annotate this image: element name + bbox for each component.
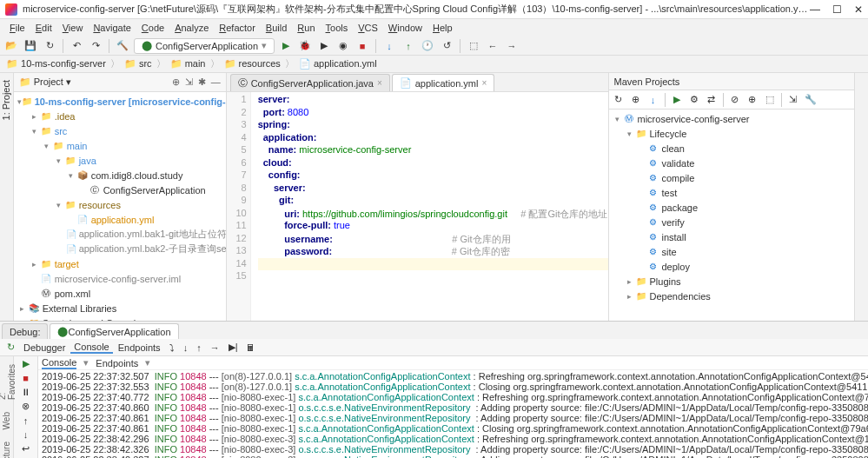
redo-icon[interactable]: ↷ [88, 38, 103, 54]
menu-view[interactable]: View [58, 22, 88, 34]
tree-node-6[interactable]: ⒸConfigServerApplication [14, 183, 226, 197]
code-area[interactable]: 123456789101112131415 server: port: 8080… [227, 92, 608, 321]
endpoints-tab[interactable]: Endpoints [115, 342, 164, 353]
console-output[interactable]: 2019-06-25 22:37:32.507 INFO 10848 --- [… [38, 370, 868, 458]
vcs-commit-icon[interactable]: ↑ [401, 38, 416, 54]
console-tab[interactable]: Console [70, 342, 112, 354]
menu-window[interactable]: Window [384, 22, 427, 34]
hide-icon[interactable]: — [211, 76, 221, 88]
vcs-history-icon[interactable]: 🕐 [420, 38, 435, 54]
stop2-icon[interactable]: ■ [19, 373, 33, 383]
tree-node-0[interactable]: ▾📁10-ms-config-server [microservice-conf… [14, 94, 226, 109]
tree-node-5[interactable]: ▾📦com.idig8.cloud.study [14, 168, 226, 183]
crumb-1[interactable]: 📁 src [122, 58, 155, 70]
tree-node-8[interactable]: 📄application.yml [14, 212, 226, 227]
project-view-dropdown[interactable]: 📁 Project ▾ [19, 76, 71, 88]
menu-analyze[interactable]: Analyze [170, 22, 213, 34]
debug-icon[interactable]: 🐞 [297, 38, 313, 54]
stop-icon[interactable]: ■ [354, 38, 370, 54]
forward-icon[interactable]: → [504, 38, 520, 54]
save-icon[interactable]: 💾 [23, 38, 38, 54]
maximize-button[interactable]: ☐ [832, 3, 842, 16]
mvn-node[interactable]: ⚙package [609, 200, 855, 215]
endpoints-subtab[interactable]: Endpoints [96, 358, 138, 368]
structure-icon[interactable]: ⬚ [466, 38, 481, 54]
menu-tools[interactable]: Tools [321, 22, 353, 34]
menu-file[interactable]: File [5, 22, 30, 34]
step-into-icon[interactable]: ↓ [180, 342, 192, 353]
mvn-toggle-icon[interactable]: ⇄ [704, 92, 719, 108]
tree-node-11[interactable]: ▸📁target [14, 256, 226, 271]
crumb-2[interactable]: 📁 main [168, 58, 209, 70]
menu-run[interactable]: Run [293, 22, 319, 34]
favorites-tab[interactable]: 2: Favorites [0, 362, 17, 400]
mvn-settings-icon[interactable]: 🔧 [803, 92, 818, 108]
menu-help[interactable]: Help [428, 22, 457, 34]
run-icon[interactable]: ▶ [278, 38, 294, 54]
menu-edit[interactable]: Edit [31, 22, 56, 34]
mvn-offline-icon[interactable]: ⊕ [745, 92, 760, 108]
mvn-refresh-icon[interactable]: ↻ [611, 92, 626, 108]
step-icon[interactable]: → [207, 342, 223, 353]
console-subtab[interactable]: Console [42, 357, 76, 369]
mvn-skip-icon[interactable]: ⊘ [727, 92, 743, 108]
down-icon[interactable]: ↓ [19, 429, 33, 440]
tree-node-12[interactable]: 📄microservice-config-server.iml [14, 271, 226, 286]
mvn-node[interactable]: ⚙install [609, 229, 855, 244]
vcs-revert-icon[interactable]: ↺ [439, 38, 454, 54]
refresh-icon[interactable]: ↻ [42, 38, 57, 54]
collapse-icon[interactable]: ⇲ [185, 76, 193, 88]
editor-tab-1[interactable]: 📄application.yml× [392, 74, 495, 91]
wrap-icon[interactable]: ↩ [19, 443, 33, 455]
mvn-node[interactable]: ▾Ⓜmicroservice-config-server [609, 111, 855, 126]
menu-refactor[interactable]: Refactor [215, 22, 260, 34]
maven-tree[interactable]: ▾Ⓜmicroservice-config-server▾📁Lifecycle⚙… [609, 110, 855, 321]
locate-icon[interactable]: ⊕ [172, 76, 180, 88]
tree-node-1[interactable]: ▸📁.idea [14, 109, 226, 123]
tree-node-14[interactable]: ▸📚External Libraries [14, 301, 226, 315]
up-icon[interactable]: ↑ [19, 415, 33, 426]
code-lines[interactable]: server: port: 8080spring: application: n… [251, 92, 608, 321]
mvn-node[interactable]: ⚙deploy [609, 259, 855, 274]
mvn-run-icon[interactable]: ▶ [669, 92, 685, 108]
menu-navigate[interactable]: Navigate [89, 22, 135, 34]
open-icon[interactable]: 📂 [3, 38, 19, 54]
project-tree[interactable]: ▾📁10-ms-config-server [microservice-conf… [14, 92, 226, 321]
menu-code[interactable]: Code [137, 22, 169, 34]
tree-node-3[interactable]: ▾📁main [14, 138, 226, 153]
mvn-node[interactable]: ⚙clean [609, 141, 855, 156]
vcs-update-icon[interactable]: ↓ [381, 38, 397, 54]
back-icon[interactable]: ← [485, 38, 500, 54]
settings-icon[interactable]: ✱ [198, 76, 206, 88]
rerun-icon[interactable]: ▶ [19, 358, 33, 369]
crumb-0[interactable]: 📁 10-ms-config-server [3, 58, 109, 70]
mvn-node[interactable]: ⚙validate [609, 156, 855, 170]
mvn-download-icon[interactable]: ↓ [646, 92, 661, 108]
mvn-node[interactable]: ▾📁Lifecycle [609, 126, 855, 141]
mvn-generate-icon[interactable]: ⊕ [628, 92, 644, 108]
mvn-node[interactable]: ⚙test [609, 185, 855, 200]
build-icon[interactable]: 🔨 [115, 38, 130, 54]
exit-icon[interactable]: ⊗ [19, 401, 33, 412]
undo-icon[interactable]: ↶ [69, 38, 84, 54]
tree-node-4[interactable]: ▾📁java [14, 153, 226, 168]
tree-node-9[interactable]: 📄application.yml.bak1-git地址占位符 [14, 227, 226, 242]
crumb-3[interactable]: 📁 resources [222, 58, 283, 70]
mvn-exec-icon[interactable]: ⚙ [686, 92, 702, 108]
minimize-button[interactable]: — [810, 3, 820, 16]
tree-node-2[interactable]: ▾📁src [14, 123, 226, 138]
pause-icon[interactable]: ⏸ [19, 387, 33, 397]
debug-restart-icon[interactable]: ↻ [3, 342, 18, 353]
mvn-node[interactable]: ⚙site [609, 244, 855, 259]
menu-build[interactable]: Build [262, 22, 291, 34]
tree-node-13[interactable]: Ⓜpom.xml [14, 286, 226, 301]
tree-node-10[interactable]: 📄application.yml.bak2-子目录查询search-path [14, 242, 226, 256]
step-over-icon[interactable]: ⤵ [166, 342, 178, 353]
run-config-dropdown[interactable]: ⬤ ConfigServerApplication ▾ [134, 38, 275, 54]
structure-tab[interactable]: Structure [2, 441, 11, 458]
mvn-node[interactable]: ▸📁Dependencies [609, 289, 855, 303]
project-tab-button[interactable]: 1: Project [1, 76, 11, 123]
coverage-icon[interactable]: ▶ [316, 38, 332, 54]
close-button[interactable]: ✕ [854, 3, 863, 16]
mvn-node[interactable]: ⚙compile [609, 170, 855, 185]
